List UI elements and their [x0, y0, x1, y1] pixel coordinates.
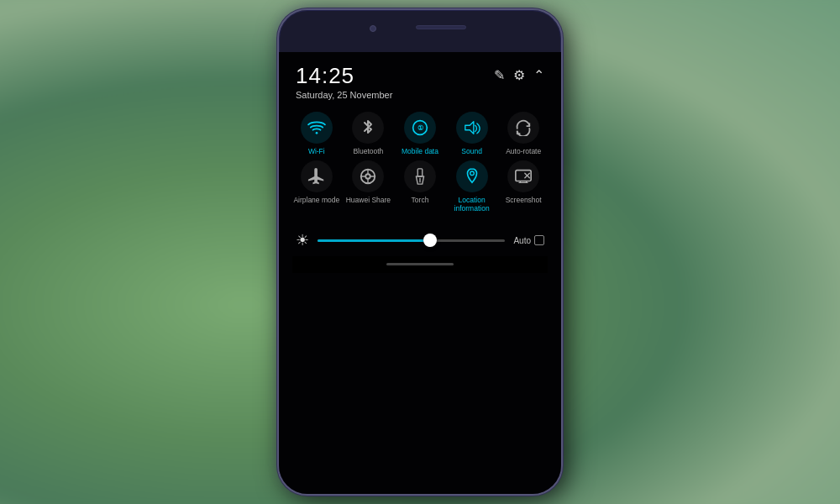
quick-tile-auto-rotate[interactable]: Auto-rotate: [499, 112, 548, 155]
phone-screen: 14:25 Saturday, 25 November ✎ ⚙ ⌃: [279, 52, 561, 494]
quick-tile-screenshot[interactable]: Screenshot: [499, 160, 548, 213]
sound-label: Sound: [461, 147, 482, 155]
date: Saturday, 25 November: [296, 90, 392, 100]
settings-icon[interactable]: ⚙: [513, 67, 525, 83]
quick-tile-location[interactable]: Location information: [448, 160, 496, 213]
torch-icon-wrap: [404, 160, 436, 192]
brightness-track[interactable]: [318, 239, 505, 242]
quick-tile-mobile-data[interactable]: ① Mobile data: [396, 112, 444, 155]
auto-rotate-label: Auto-rotate: [506, 147, 541, 155]
torch-label: Torch: [412, 196, 429, 204]
phone-frame: 14:25 Saturday, 25 November ✎ ⚙ ⌃: [277, 8, 563, 496]
screenshot-icon-wrap: [507, 160, 539, 192]
svg-rect-10: [417, 169, 423, 176]
svg-marker-3: [465, 121, 473, 134]
phone-top: [279, 10, 561, 52]
auto-rotate-icon-wrap: [507, 112, 539, 144]
screenshot-label: Screenshot: [506, 196, 542, 204]
brightness-icon: ☀: [296, 231, 309, 249]
auto-checkbox[interactable]: [534, 235, 544, 245]
brightness-thumb[interactable]: [423, 234, 437, 247]
clock: 14:25: [296, 64, 392, 88]
quick-tile-sound[interactable]: Sound: [448, 112, 496, 155]
svg-rect-14: [516, 170, 531, 181]
edit-icon[interactable]: ✎: [494, 67, 505, 83]
quick-tile-torch[interactable]: Torch: [396, 160, 444, 213]
svg-point-13: [470, 171, 474, 176]
brightness-row: ☀ Auto: [292, 218, 548, 256]
quick-tile-airplane[interactable]: Airplane mode: [292, 160, 341, 213]
location-label: Location information: [448, 196, 496, 213]
time-section: 14:25 Saturday, 25 November: [296, 64, 392, 100]
quick-tile-wifi[interactable]: Wi-Fi: [292, 112, 341, 155]
brightness-auto: Auto: [513, 235, 544, 245]
airplane-icon-wrap: [301, 160, 333, 192]
huawei-share-label: Huawei Share: [346, 196, 391, 204]
airplane-label: Airplane mode: [293, 196, 339, 204]
wifi-icon-wrap: [301, 112, 333, 144]
sound-icon-wrap: [456, 112, 488, 144]
svg-text:①: ①: [417, 123, 423, 132]
quick-settings-grid: Wi-Fi Bluetooth ① Mobi: [292, 107, 548, 218]
front-camera: [370, 25, 376, 32]
home-indicator: [386, 263, 454, 265]
svg-point-5: [366, 174, 371, 179]
header-icons: ✎ ⚙ ⌃: [494, 67, 544, 83]
collapse-icon[interactable]: ⌃: [533, 67, 544, 83]
quick-tile-bluetooth[interactable]: Bluetooth: [344, 112, 393, 155]
phone-bottom: [292, 256, 548, 273]
huawei-share-icon-wrap: [352, 160, 384, 192]
brightness-fill: [318, 239, 430, 242]
location-icon-wrap: [456, 160, 488, 192]
auto-label: Auto: [513, 236, 531, 245]
quick-tile-huawei-share[interactable]: Huawei Share: [344, 160, 393, 213]
bluetooth-icon-wrap: [352, 112, 384, 144]
notification-header: 14:25 Saturday, 25 November ✎ ⚙ ⌃: [292, 52, 548, 107]
wifi-label: Wi-Fi: [308, 147, 325, 155]
mobile-data-label: Mobile data: [402, 147, 438, 155]
mobile-data-icon-wrap: ①: [404, 112, 436, 144]
speaker: [416, 25, 466, 29]
bluetooth-label: Bluetooth: [353, 147, 383, 155]
svg-point-0: [315, 132, 318, 134]
